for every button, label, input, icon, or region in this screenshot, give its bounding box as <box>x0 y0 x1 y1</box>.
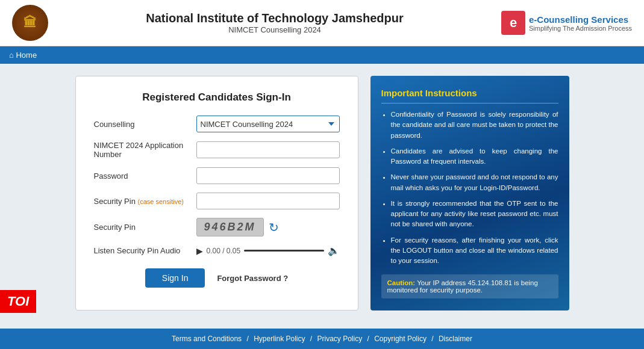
instruction-item-3: Never share your password and do not res… <box>391 172 558 193</box>
instruction-item-4: It is strongly recommended that the OTP … <box>391 199 558 230</box>
ecounselling-text-block: e-Counselling Services Simplifying The A… <box>529 14 632 32</box>
footer: Terms and Conditions / Hyperlink Policy … <box>0 329 644 349</box>
caution-label: Caution: <box>387 279 416 286</box>
application-label: NIMCET 2024 Application Number <box>94 141 196 159</box>
nav-bar: Home <box>0 46 644 64</box>
instruction-item-2: Candidates are advised to keep changing … <box>391 146 558 167</box>
audio-label: Listen Security Pin Audio <box>94 246 196 255</box>
forgot-password-button[interactable]: Forgot Password ? <box>217 274 288 283</box>
signin-button[interactable]: Sign In <box>145 268 205 288</box>
footer-link-copyright[interactable]: Copyright Policy <box>374 335 427 343</box>
audio-row: Listen Security Pin Audio ▶ 0.00 / 0.05 … <box>94 245 340 256</box>
instructions-panel: Important Instructions Confidentiality o… <box>370 76 569 310</box>
security-pin-input-label: Security Pin (case sensitive) <box>94 197 196 206</box>
instruction-item-5: For security reasons, after finishing yo… <box>391 235 558 267</box>
refresh-captcha-button[interactable]: ↻ <box>269 220 279 235</box>
footer-link-privacy[interactable]: Privacy Policy <box>317 335 363 343</box>
instructions-heading: Important Instructions <box>381 88 558 103</box>
form-buttons: Sign In Forgot Password ? <box>94 268 340 288</box>
ecounselling-tagline: Simplifying The Admission Process <box>529 25 632 32</box>
security-pin-captcha-label: Security Pin <box>94 223 196 232</box>
audio-track[interactable] <box>244 250 324 252</box>
institute-logo: 🏛 <box>12 5 48 41</box>
security-pin-input-row: Security Pin (case sensitive) <box>94 193 340 209</box>
volume-icon[interactable]: 🔈 <box>328 245 340 256</box>
password-label: Password <box>94 171 196 181</box>
toi-badge: TOI <box>0 290 36 313</box>
counselling-select[interactable]: NIMCET Counselling 2024 <box>196 116 340 132</box>
audio-player: ▶ 0.00 / 0.05 🔈 <box>196 245 340 256</box>
password-row: Password <box>94 167 340 184</box>
counselling-label: Counselling <box>94 120 196 129</box>
audio-time: 0.00 / 0.05 <box>207 247 241 255</box>
instruction-item-1: Confidentiality of Password is solely re… <box>391 110 558 141</box>
captcha-box: 946B2M ↻ <box>196 218 340 236</box>
application-input[interactable] <box>196 141 340 158</box>
footer-link-hyperlink[interactable]: Hyperlink Policy <box>254 335 305 343</box>
play-button[interactable]: ▶ <box>196 246 203 256</box>
signin-heading: Registered Candidates Sign-In <box>94 91 340 103</box>
instructions-list: Confidentiality of Password is solely re… <box>381 110 558 266</box>
password-input[interactable] <box>196 167 340 184</box>
home-link[interactable]: Home <box>9 51 37 60</box>
main-content: Registered Candidates Sign-In Counsellin… <box>0 64 644 323</box>
footer-link-terms[interactable]: Terms and Conditions <box>172 335 242 343</box>
footer-link-disclaimer[interactable]: Disclaimer <box>439 335 472 343</box>
counselling-row: Counselling NIMCET Counselling 2024 <box>94 116 340 132</box>
caution-box: Caution: Your IP address 45.124.108.81 i… <box>381 274 558 298</box>
security-pin-input[interactable] <box>196 193 340 209</box>
captcha-image: 946B2M <box>196 218 264 236</box>
institute-title: National Institute of Technology Jamshed… <box>48 11 501 25</box>
header: 🏛 National Institute of Technology Jamsh… <box>0 0 644 46</box>
header-center: National Institute of Technology Jamshed… <box>48 11 501 34</box>
signin-card: Registered Candidates Sign-In Counsellin… <box>75 76 358 310</box>
ecounselling-brand-name: e-Counselling Services <box>529 14 632 25</box>
application-number-row: NIMCET 2024 Application Number <box>94 141 340 159</box>
ecounselling-logo: e e-Counselling Services Simplifying The… <box>501 11 632 35</box>
event-subtitle: NIMCET Counselling 2024 <box>48 25 501 34</box>
ecounselling-icon: e <box>501 11 525 35</box>
security-pin-captcha-row: Security Pin 946B2M ↻ <box>94 218 340 236</box>
